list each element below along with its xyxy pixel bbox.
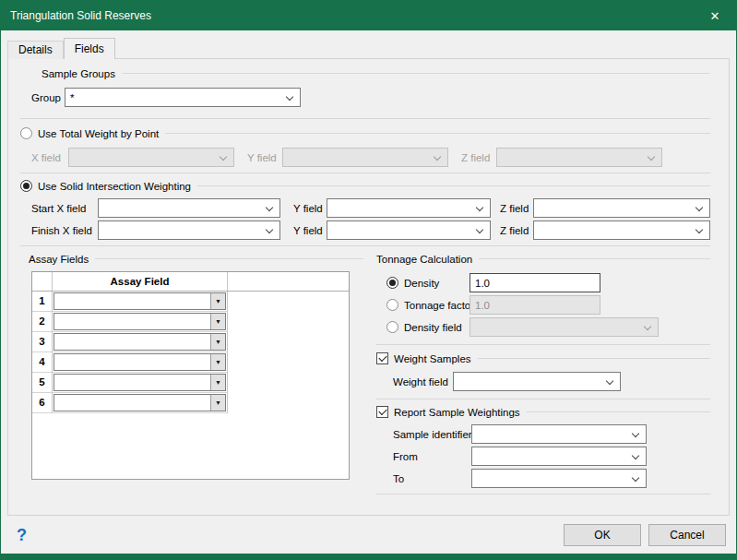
to-label: To: [393, 473, 404, 484]
weight-samples-section: Weight Samples Weight field: [376, 351, 710, 399]
report-sample-weightings-title[interactable]: Report Sample Weightings: [394, 407, 527, 418]
checkbox-weight-samples[interactable]: [376, 352, 388, 364]
assay-field-combobox-2[interactable]: ▼: [53, 313, 226, 330]
z-field-label: Z field: [461, 152, 496, 163]
table-cell: ▼: [53, 312, 228, 332]
from-combobox[interactable]: [471, 447, 647, 466]
assay-field-combobox-4[interactable]: ▼: [53, 353, 226, 371]
chevron-down-icon: [434, 153, 441, 161]
chevron-down-icon: [266, 204, 273, 211]
dropdown-button[interactable]: ▼: [210, 395, 225, 411]
dropdown-button[interactable]: ▼: [210, 314, 225, 329]
assay-field-combobox-6[interactable]: ▼: [53, 394, 226, 411]
table-cell: ▼: [53, 332, 228, 352]
assay-field-combobox-1[interactable]: ▼: [53, 292, 226, 310]
table-row: 2 ▼: [32, 312, 349, 332]
finish-z-field-combobox[interactable]: [533, 220, 710, 240]
assay-field-column-header: Assay Field: [53, 272, 228, 291]
assay-field-combobox-5[interactable]: ▼: [53, 374, 226, 391]
tonnage-calculation-section: Tonnage Calculation Density Tonnage fact…: [376, 252, 710, 345]
start-z-field-combobox[interactable]: [533, 198, 710, 218]
density-input[interactable]: [470, 273, 600, 292]
sample-identifier-label: Sample identifier: [393, 429, 472, 440]
table-cell: ▼: [53, 393, 228, 413]
radio-density[interactable]: [386, 277, 398, 289]
tab-details[interactable]: Details: [7, 41, 64, 59]
table-row: 1 ▼: [32, 292, 349, 312]
table-row: 5 ▼: [32, 373, 349, 393]
tab-page-fields: Sample Groups Group * Use Total Weight b…: [7, 58, 730, 516]
row-number: 1: [32, 292, 53, 312]
chevron-down-icon: [476, 226, 483, 233]
chevron-down-icon: [695, 204, 703, 211]
table-cell: ▼: [53, 352, 228, 373]
weight-field-combobox[interactable]: [453, 372, 621, 391]
table-row: 4 ▼: [32, 352, 349, 373]
finish-y-field-combobox[interactable]: [327, 220, 491, 240]
start-x-field-combobox[interactable]: [98, 198, 280, 218]
tonnage-factor-label[interactable]: Tonnage factor: [404, 300, 474, 311]
dropdown-button[interactable]: ▼: [210, 354, 225, 370]
chevron-down-icon: [606, 377, 613, 385]
help-icon[interactable]: ?: [17, 527, 27, 543]
titlebar[interactable]: Triangulation Solid Reserves ✕: [1, 1, 736, 30]
z-field-combobox: [496, 148, 662, 167]
dropdown-button[interactable]: ▼: [210, 334, 225, 350]
chevron-down-icon: [632, 474, 639, 482]
radio-density-field[interactable]: [386, 321, 398, 333]
start-x-field-label: Start X field: [31, 203, 98, 214]
density-field-label[interactable]: Density field: [404, 322, 462, 333]
row-number: 2: [32, 312, 53, 332]
row-number: 3: [32, 332, 53, 352]
start-y-field-combobox[interactable]: [327, 198, 491, 218]
sample-identifier-combobox[interactable]: [471, 424, 647, 444]
checkbox-report-sample-weightings[interactable]: [376, 406, 388, 418]
tabstrip: Details Fields: [7, 38, 736, 59]
dialog-footer: ? OK Cancel: [1, 516, 736, 554]
close-button[interactable]: ✕: [694, 1, 736, 30]
radio-tonnage-factor[interactable]: [386, 299, 398, 311]
radio-use-total-weight-by-point[interactable]: [20, 127, 32, 139]
density-field-combobox: [470, 317, 659, 337]
y-field-combobox: [282, 148, 448, 167]
ok-button[interactable]: OK: [564, 524, 641, 546]
tonnage-calculation-title: Tonnage Calculation: [376, 254, 479, 265]
radio-use-solid-intersection-weighting[interactable]: [20, 180, 32, 192]
dropdown-button[interactable]: ▼: [210, 375, 225, 390]
group-combobox[interactable]: *: [65, 88, 301, 107]
sample-groups-title: Sample Groups: [42, 68, 122, 79]
density-label[interactable]: Density: [404, 278, 439, 289]
divider: [527, 411, 710, 412]
start-y-field-label: Y field: [293, 203, 327, 214]
total-weight-radio-label[interactable]: Use Total Weight by Point: [38, 128, 165, 139]
to-combobox[interactable]: [471, 469, 647, 488]
finish-x-field-combobox[interactable]: [98, 220, 280, 240]
dropdown-button[interactable]: ▼: [210, 293, 225, 309]
dropdown-arrow-icon: ▼: [215, 318, 221, 325]
total-weight-section: Use Total Weight by Point X field Y fiel…: [20, 126, 710, 173]
sample-groups-section: Sample Groups Group *: [20, 66, 710, 119]
divider: [122, 73, 710, 74]
solid-intersection-section: Use Solid Intersection Weighting Start X…: [20, 179, 710, 246]
lower-columns: Assay Fields Assay Field 1 ▼: [20, 252, 710, 494]
dropdown-arrow-icon: ▼: [215, 298, 221, 304]
solid-intersection-radio-label[interactable]: Use Solid Intersection Weighting: [38, 181, 197, 192]
assay-field-table: Assay Field 1 ▼ 2: [31, 271, 350, 480]
divider: [95, 258, 363, 259]
assay-field-combobox-3[interactable]: ▼: [53, 333, 226, 351]
weight-field-label: Weight field: [393, 376, 448, 387]
chevron-down-icon: [266, 226, 273, 233]
row-number: 4: [32, 352, 53, 373]
chevron-down-icon: [286, 93, 293, 101]
divider: [478, 358, 710, 359]
tab-fields[interactable]: Fields: [64, 38, 115, 59]
weight-samples-title[interactable]: Weight Samples: [394, 353, 478, 364]
dropdown-arrow-icon: ▼: [215, 379, 221, 386]
tonnage-factor-input: [470, 295, 600, 315]
x-field-label: X field: [31, 152, 68, 163]
row-number: 6: [32, 393, 53, 413]
table-cell: ▼: [53, 292, 228, 312]
cancel-button[interactable]: Cancel: [648, 524, 726, 546]
right-column: Tonnage Calculation Density Tonnage fact…: [376, 252, 710, 494]
table-corner-cell: [32, 272, 53, 291]
